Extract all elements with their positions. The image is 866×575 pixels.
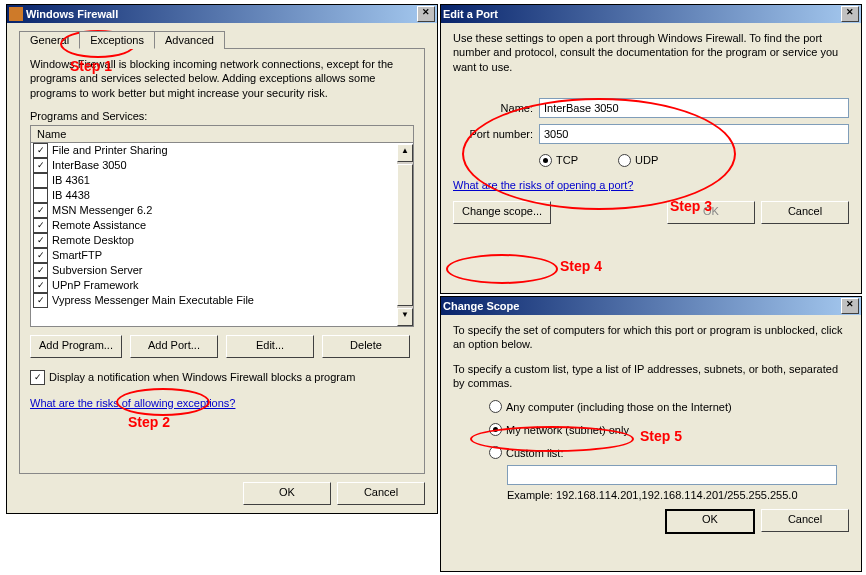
cancel-button[interactable]: Cancel [337, 482, 425, 505]
port-risks-link[interactable]: What are the risks of opening a port? [453, 179, 849, 191]
item-checkbox[interactable]: ✓ [33, 233, 48, 248]
scroll-up-icon[interactable]: ▲ [397, 144, 413, 162]
example-label: Example: 192.168.114.201,192.168.114.201… [507, 489, 849, 501]
add-program-button[interactable]: Add Program... [30, 335, 122, 358]
tab-exceptions[interactable]: Exceptions [79, 31, 155, 49]
name-column[interactable]: Name [31, 126, 413, 143]
change-scope-button[interactable]: Change scope... [453, 201, 551, 224]
item-label: SmartFTP [52, 249, 102, 261]
item-checkbox[interactable]: ✓ [33, 143, 48, 158]
custom-list-radio[interactable]: Custom list: [489, 446, 849, 459]
list-item[interactable]: ✓MSN Messenger 6.2 [33, 203, 411, 218]
item-label: Vypress Messenger Main Executable File [52, 294, 254, 306]
close-icon[interactable]: ✕ [841, 6, 859, 22]
item-checkbox[interactable] [33, 188, 48, 203]
change-scope-title: Change Scope [443, 300, 519, 312]
tabpage-exceptions: Windows Firewall is blocking incoming ne… [19, 48, 425, 474]
cancel-button[interactable]: Cancel [761, 509, 849, 532]
item-label: Remote Assistance [52, 219, 146, 231]
item-label: File and Printer Sharing [52, 144, 168, 156]
tabs: General Exceptions Advanced [19, 31, 425, 49]
item-label: MSN Messenger 6.2 [52, 204, 152, 216]
firewall-window: Windows Firewall ✕ General Exceptions Ad… [6, 4, 438, 514]
scope-desc2: To specify a custom list, type a list of… [453, 362, 849, 391]
firewall-icon [9, 7, 23, 21]
ok-button[interactable]: OK [665, 509, 755, 534]
name-label: Name: [453, 102, 533, 114]
custom-list-field[interactable] [507, 465, 837, 485]
list-item[interactable]: ✓InterBase 3050 [33, 158, 411, 173]
exceptions-desc: Windows Firewall is blocking incoming ne… [30, 57, 414, 100]
item-label: Remote Desktop [52, 234, 134, 246]
any-computer-radio[interactable]: Any computer (including those on the Int… [489, 400, 849, 413]
item-label: IB 4361 [52, 174, 90, 186]
edit-port-window: Edit a Port ✕ Use these settings to open… [440, 4, 862, 294]
item-checkbox[interactable]: ✓ [33, 293, 48, 308]
item-checkbox[interactable]: ✓ [33, 263, 48, 278]
list-item[interactable]: IB 4438 [33, 188, 411, 203]
scroll-down-icon[interactable]: ▼ [397, 308, 413, 326]
item-label: IB 4438 [52, 189, 90, 201]
notify-checkbox[interactable]: ✓ [30, 370, 45, 385]
list-item[interactable]: ✓Subversion Server [33, 263, 411, 278]
change-scope-titlebar[interactable]: Change Scope ✕ [441, 297, 861, 315]
list-item[interactable]: ✓SmartFTP [33, 248, 411, 263]
list-item[interactable]: ✓Remote Assistance [33, 218, 411, 233]
programs-listbox[interactable]: Name ✓File and Printer Sharing✓InterBase… [30, 125, 414, 327]
list-item[interactable]: ✓Remote Desktop [33, 233, 411, 248]
close-icon[interactable]: ✕ [417, 6, 435, 22]
risks-link[interactable]: What are the risks of allowing exception… [30, 397, 414, 409]
cancel-button[interactable]: Cancel [761, 201, 849, 224]
change-scope-window: Change Scope ✕ To specify the set of com… [440, 296, 862, 572]
scope-desc1: To specify the set of computers for whic… [453, 323, 849, 352]
scroll-thumb[interactable] [397, 164, 413, 306]
edit-port-title: Edit a Port [443, 8, 498, 20]
udp-radio[interactable]: UDP [618, 154, 658, 167]
item-checkbox[interactable]: ✓ [33, 158, 48, 173]
edit-button[interactable]: Edit... [226, 335, 314, 358]
edit-port-titlebar[interactable]: Edit a Port ✕ [441, 5, 861, 23]
list-item[interactable]: ✓UPnP Framework [33, 278, 411, 293]
item-checkbox[interactable] [33, 173, 48, 188]
scrollbar[interactable]: ▲ ▼ [397, 144, 413, 326]
item-label: InterBase 3050 [52, 159, 127, 171]
name-field[interactable]: InterBase 3050 [539, 98, 849, 118]
my-network-radio[interactable]: My network (subnet) only [489, 423, 849, 436]
add-port-button[interactable]: Add Port... [130, 335, 218, 358]
tab-general[interactable]: General [19, 31, 80, 49]
item-label: UPnP Framework [52, 279, 139, 291]
firewall-titlebar[interactable]: Windows Firewall ✕ [7, 5, 437, 23]
list-item[interactable]: IB 4361 [33, 173, 411, 188]
edit-port-desc: Use these settings to open a port throug… [453, 31, 849, 74]
port-field[interactable]: 3050 [539, 124, 849, 144]
tab-advanced[interactable]: Advanced [154, 31, 225, 49]
tcp-radio[interactable]: TCP [539, 154, 578, 167]
ok-button[interactable]: OK [243, 482, 331, 505]
delete-button[interactable]: Delete [322, 335, 410, 358]
item-checkbox[interactable]: ✓ [33, 248, 48, 263]
firewall-title: Windows Firewall [26, 8, 118, 20]
item-checkbox[interactable]: ✓ [33, 203, 48, 218]
ok-button[interactable]: OK [667, 201, 755, 224]
list-item[interactable]: ✓Vypress Messenger Main Executable File [33, 293, 411, 308]
list-item[interactable]: ✓File and Printer Sharing [33, 143, 411, 158]
item-checkbox[interactable]: ✓ [33, 218, 48, 233]
port-label: Port number: [453, 128, 533, 140]
close-icon[interactable]: ✕ [841, 298, 859, 314]
item-checkbox[interactable]: ✓ [33, 278, 48, 293]
notify-label: Display a notification when Windows Fire… [49, 371, 355, 383]
item-label: Subversion Server [52, 264, 143, 276]
programs-label: Programs and Services: [30, 110, 414, 122]
